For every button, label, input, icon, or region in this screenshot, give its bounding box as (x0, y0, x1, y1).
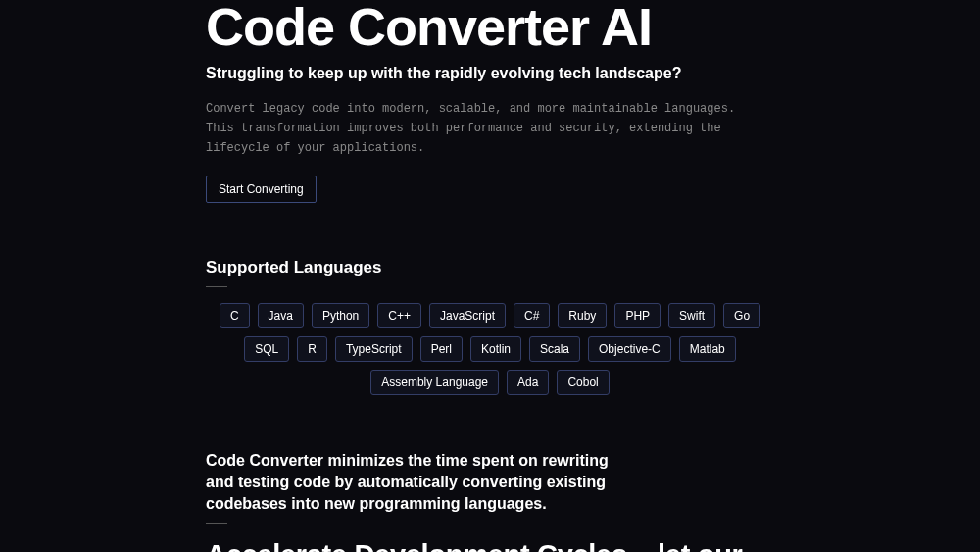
language-tag[interactable]: Objective-C (588, 336, 671, 362)
language-tag[interactable]: Matlab (679, 336, 736, 362)
page-subtitle: Struggling to keep up with the rapidly e… (206, 65, 774, 82)
language-tag[interactable]: C++ (377, 303, 421, 328)
language-tag[interactable]: Swift (668, 303, 715, 328)
language-tags-container: CJavaPythonC++JavaScriptC#RubyPHPSwiftGo… (206, 303, 774, 395)
language-tag[interactable]: Python (312, 303, 369, 328)
language-tag[interactable]: Scala (529, 336, 580, 362)
language-tag[interactable]: Java (258, 303, 304, 328)
language-tag[interactable]: Ruby (558, 303, 607, 328)
language-tag[interactable]: JavaScript (429, 303, 506, 328)
language-tag[interactable]: Ada (507, 370, 549, 395)
language-tag[interactable]: C# (514, 303, 550, 328)
language-tag[interactable]: Go (723, 303, 760, 328)
start-converting-button[interactable]: Start Converting (206, 176, 317, 203)
benefit-text: Code Converter minimizes the time spent … (206, 450, 627, 524)
language-tag[interactable]: PHP (614, 303, 661, 328)
language-tag[interactable]: R (297, 336, 327, 362)
page-description: Convert legacy code into modern, scalabl… (206, 100, 764, 158)
page-title: Code Converter AI (206, 0, 774, 53)
language-tag[interactable]: Assembly Language (370, 370, 499, 395)
supported-languages-heading: Supported Languages (206, 258, 774, 287)
language-tag[interactable]: Kotlin (470, 336, 521, 362)
language-tag[interactable]: Cobol (557, 370, 609, 395)
language-tag[interactable]: C (220, 303, 250, 328)
accelerate-heading: Accelerate Development Cycles – let our … (206, 537, 774, 552)
language-tag[interactable]: Perl (420, 336, 463, 362)
language-tag[interactable]: SQL (244, 336, 289, 362)
language-tag[interactable]: TypeScript (335, 336, 413, 362)
